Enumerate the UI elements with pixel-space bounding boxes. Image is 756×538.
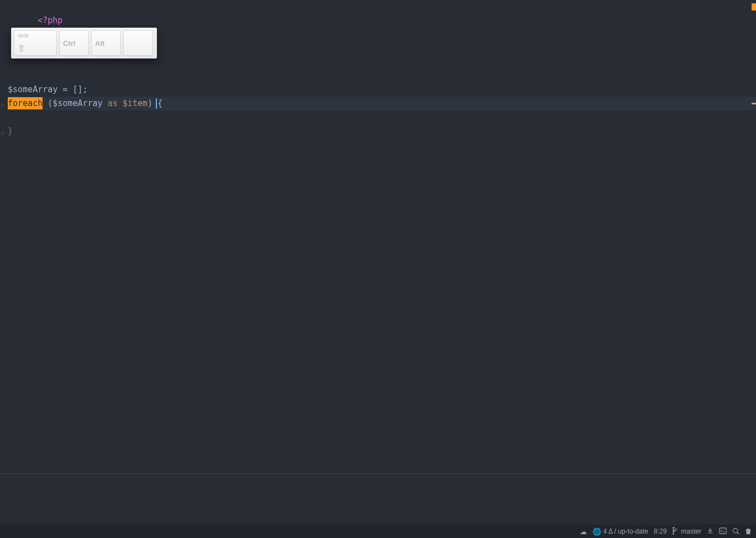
code-line-active[interactable]: foreach ($someArray as $item) { (8, 97, 756, 110)
token-punct: ; (82, 85, 87, 94)
status-cloud[interactable]: ☁ (580, 528, 587, 535)
token-space (118, 98, 123, 108)
code-line[interactable]: $someArray = []; (8, 83, 756, 97)
trash-icon (745, 528, 752, 536)
key-alt[interactable]: Alt (91, 30, 121, 56)
change-marker-icon (752, 103, 756, 104)
token-space (43, 98, 48, 108)
code-editor[interactable]: ⊘ ⊘ <?php $someArray = []; foreach ($som… (0, 0, 756, 525)
editor-gutter: ⊘ ⊘ (0, 0, 8, 525)
token-parameter: $it (123, 98, 138, 108)
key-label: Ctrl (63, 39, 75, 48)
key-blank[interactable] (123, 30, 153, 56)
code-line[interactable] (8, 14, 756, 28)
key-shift[interactable]: Shift ⇧ (14, 30, 57, 56)
token-keyword-highlighted: foreach (8, 97, 43, 109)
download-icon (707, 528, 713, 535)
code-line[interactable] (8, 110, 756, 124)
svg-point-1 (733, 528, 738, 532)
status-button[interactable] (707, 528, 713, 535)
token-paren: ) (148, 98, 153, 108)
token-paren: ( (48, 98, 53, 108)
status-button[interactable] (719, 528, 727, 535)
status-delta-text: 4 Δ / up-to-date (603, 528, 648, 535)
status-button[interactable] (732, 528, 739, 536)
keyboard-overlay: Shift ⇧ Ctrl Alt (11, 28, 157, 59)
terminal-icon (719, 528, 727, 535)
change-marker-icon (752, 3, 756, 10)
shift-arrow-icon: ⇧ (18, 44, 25, 53)
status-delta[interactable]: 🌐 4 Δ / up-to-date (592, 528, 648, 535)
search-icon (732, 528, 739, 536)
code-content[interactable]: <?php $someArray = []; foreach ($someArr… (8, 0, 756, 138)
branch-name: master (681, 528, 701, 535)
gutter-mark: ⊘ (0, 98, 6, 112)
text-cursor (156, 98, 157, 109)
key-label: Alt (95, 39, 104, 48)
branch-icon (672, 527, 679, 536)
cloud-icon: ☁ (580, 528, 587, 535)
token-keyword: as (108, 98, 118, 108)
code-line[interactable]: } (8, 124, 756, 138)
status-git-branch[interactable]: master (672, 527, 701, 536)
status-cursor-position[interactable]: 8:29 (654, 528, 666, 535)
token-operator: = [] (57, 85, 82, 94)
gutter-mark: ⊘ (0, 126, 6, 140)
token-brace: } (8, 126, 13, 136)
token-parameter: em (138, 98, 148, 108)
token-variable: $someArray (53, 98, 102, 108)
editor-divider (0, 473, 756, 474)
token-brace: { (158, 98, 162, 108)
token-space (103, 98, 108, 108)
cursor-position-text: 8:29 (654, 528, 666, 535)
code-line[interactable] (8, 69, 756, 83)
status-bar: ☁ 🌐 4 Δ / up-to-date 8:29 master (0, 525, 756, 538)
token-variable: $someArray (8, 85, 57, 94)
key-label: Shift (18, 33, 29, 39)
globe-icon: 🌐 (592, 528, 601, 535)
status-button[interactable] (745, 528, 752, 536)
svg-rect-0 (720, 528, 726, 534)
code-line[interactable]: <?php (8, 0, 756, 14)
key-ctrl[interactable]: Ctrl (59, 30, 89, 56)
